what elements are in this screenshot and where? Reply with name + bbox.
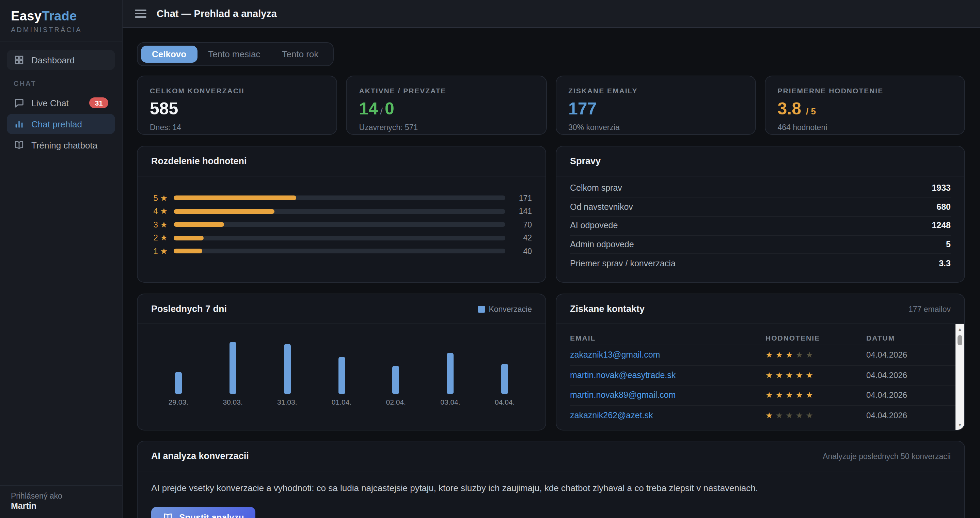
stat-card-aktivne-prevzate: AKTIVNE / PREVZATE 14/0 Uzavrenych: 571 bbox=[346, 76, 547, 135]
run-analysis-button[interactable]: Spustit analyzu bbox=[151, 507, 256, 518]
grid-icon bbox=[14, 54, 24, 65]
tab-tento-rok[interactable]: Tento rok bbox=[271, 46, 329, 63]
contact-date: 04.04.2026 bbox=[866, 411, 941, 421]
ai-analysis-card: AI analyza konverzacii Analyzuje posledn… bbox=[137, 441, 965, 518]
logged-in-as-label: Prihlásený ako bbox=[11, 491, 111, 500]
table-header-row: EMAIL HODNOTENIE DATUM bbox=[570, 324, 964, 345]
stat-label: PRIEMERNE HODNOTENIE bbox=[778, 86, 952, 95]
page-content: Celkovo Tento mesiac Tento rok CELKOM KO… bbox=[123, 28, 980, 518]
sidebar-item-live-chat[interactable]: Live Chat 31 bbox=[7, 92, 115, 113]
table-row: martin.novak89@gmail.com ★★★★★ 04.04.202… bbox=[570, 386, 964, 406]
x-tick: 29.03. bbox=[151, 398, 206, 406]
stat-sub: Uzavrenych: 571 bbox=[359, 123, 534, 131]
sidebar-nav: Dashboard CHAT Live Chat 31 Chat bbox=[0, 42, 122, 163]
rating-count: 40 bbox=[511, 247, 532, 255]
summary-value: 3.3 bbox=[939, 259, 951, 268]
summary-label: Priemer sprav / konverzacia bbox=[570, 259, 676, 268]
stat-sub: 464 hodnoteni bbox=[778, 123, 952, 131]
sidebar-item-label: Dashboard bbox=[31, 55, 75, 65]
bar-chart-plot bbox=[151, 336, 532, 394]
summary-value: 680 bbox=[936, 202, 951, 212]
scrollbar-down-arrow-icon[interactable]: ▼ bbox=[956, 420, 964, 429]
legend-label: Konverzacie bbox=[488, 305, 532, 313]
x-tick: 01.04. bbox=[314, 398, 369, 406]
rating-bar-track bbox=[173, 196, 505, 201]
stat-value-taken: 0 bbox=[385, 99, 394, 118]
star-rating: ★★★★★ bbox=[765, 351, 866, 359]
sidebar-item-chat-prehlad[interactable]: Chat prehlad bbox=[7, 114, 115, 134]
card-title: AI analyza konverzacii bbox=[151, 451, 249, 461]
stat-sub: 30% konverzia bbox=[568, 123, 743, 131]
rating-star-label: 2 ★ bbox=[150, 233, 167, 243]
contacts-table: EMAIL HODNOTENIE DATUM zakaznik13@gmail.… bbox=[557, 324, 964, 426]
chart-legend: Konverzacie bbox=[478, 305, 532, 313]
rating-row: 2 ★ 42 bbox=[150, 231, 532, 244]
tab-celkovo[interactable]: Celkovo bbox=[141, 46, 197, 63]
summary-label: Celkom sprav bbox=[570, 183, 622, 193]
star-rating: ★★★★★ bbox=[765, 371, 866, 379]
main-area: Chat — Prehlad a analyza Celkovo Tento m… bbox=[123, 0, 980, 518]
sidebar-item-dashboard[interactable]: Dashboard bbox=[7, 50, 115, 70]
ratings-body: 5 ★ 171 4 ★ 141 3 ★ 70 bbox=[138, 177, 546, 258]
stat-value-active: 14 bbox=[359, 99, 378, 118]
hamburger-menu-icon[interactable] bbox=[135, 10, 146, 18]
sidebar-item-trening-chatbota[interactable]: Tréning chatbota bbox=[7, 135, 115, 155]
live-chat-badge: 31 bbox=[89, 98, 108, 108]
card-title: Ziskane kontakty bbox=[570, 304, 644, 314]
tab-tento-mesiac[interactable]: Tento mesiac bbox=[197, 46, 271, 63]
rating-bar-fill bbox=[173, 209, 274, 214]
sidebar-item-label: Tréning chatbota bbox=[31, 140, 97, 150]
topbar: Chat — Prehlad a analyza bbox=[123, 0, 980, 28]
summary-label: Admin odpovede bbox=[570, 240, 634, 249]
rating-bar-fill bbox=[173, 236, 204, 241]
star-rating: ★★★★★ bbox=[765, 391, 866, 400]
app-logo: EasyTrade bbox=[11, 9, 111, 24]
last-7-days-chart-card: Poslednych 7 dni Konverzacie bbox=[137, 293, 546, 430]
bar-chart-icon bbox=[14, 118, 24, 129]
chart-bar bbox=[338, 357, 345, 394]
email-link[interactable]: martin.novak89@gmail.com bbox=[570, 390, 765, 400]
summary-row: AI odpovede 1248 bbox=[570, 217, 951, 235]
card-header: Spravy bbox=[557, 147, 964, 177]
logo-block: EasyTrade ADMINISTRÁCIA bbox=[0, 0, 122, 42]
stat-sub: Dnes: 14 bbox=[150, 123, 325, 131]
rating-row: 3 ★ 70 bbox=[150, 218, 532, 231]
sidebar-footer: Prihlásený ako Martin bbox=[0, 485, 122, 518]
scrollbar-up-arrow-icon[interactable]: ▲ bbox=[956, 325, 964, 334]
rating-star-label: 3 ★ bbox=[150, 220, 167, 230]
stat-value: 585 bbox=[150, 99, 325, 118]
scrollbar-thumb[interactable] bbox=[958, 335, 962, 345]
card-title: Poslednych 7 dni bbox=[151, 304, 227, 314]
stat-card-konverzacie: CELKOM KONVERZACII 585 Dnes: 14 bbox=[137, 76, 337, 135]
summary-row: Admin odpovede 5 bbox=[570, 235, 951, 254]
contact-date: 04.04.2026 bbox=[866, 351, 941, 360]
table-row: zakaznik13@gmail.com ★★★★★ 04.04.2026 bbox=[570, 345, 964, 365]
table-scrollbar[interactable]: ▲ ▼ bbox=[956, 324, 964, 430]
messages-summary-body: Celkom sprav 1933 Od navstevnikov 680 AI… bbox=[557, 177, 964, 273]
ai-analysis-note: Analyzuje poslednych 50 konverzacii bbox=[822, 452, 951, 460]
summary-row: Od navstevnikov 680 bbox=[570, 198, 951, 217]
email-link[interactable]: zakaznik13@gmail.com bbox=[570, 351, 765, 360]
rating-row: 5 ★ 171 bbox=[150, 191, 532, 205]
sidebar-item-label: Chat prehlad bbox=[31, 119, 82, 129]
chart-bar bbox=[175, 372, 182, 394]
run-analysis-label: Spustit analyzu bbox=[179, 512, 244, 518]
stat-label: ZISKANE EMAILY bbox=[568, 86, 743, 95]
rating-count: 70 bbox=[511, 221, 532, 229]
email-link[interactable]: zakaznik262@azet.sk bbox=[570, 411, 765, 421]
open-book-icon bbox=[14, 140, 24, 151]
stat-value-rating: 3.8 bbox=[778, 99, 802, 118]
stat-value: 3.8 / 5 bbox=[778, 99, 952, 118]
contact-date: 04.04.2026 bbox=[866, 390, 941, 400]
ai-analysis-body: AI prejde vsetky konverzacie a vyhodnoti… bbox=[138, 471, 964, 518]
chart-bar bbox=[284, 344, 290, 394]
app-root: EasyTrade ADMINISTRÁCIA Dashboard CHAT bbox=[0, 0, 980, 518]
sidebar-item-label: Live Chat bbox=[31, 98, 69, 108]
stats-row: CELKOM KONVERZACII 585 Dnes: 14 AKTIVNE … bbox=[137, 76, 965, 135]
email-link[interactable]: martin.novak@easytrade.sk bbox=[570, 371, 765, 380]
ai-analysis-description: AI prejde vsetky konverzacie a vyhodnoti… bbox=[151, 483, 951, 493]
rating-bar-track bbox=[173, 222, 505, 227]
sidebar-section-chat: CHAT bbox=[7, 70, 115, 92]
rating-star-label: 5 ★ bbox=[150, 193, 167, 203]
stat-value-separator: / bbox=[378, 105, 385, 116]
